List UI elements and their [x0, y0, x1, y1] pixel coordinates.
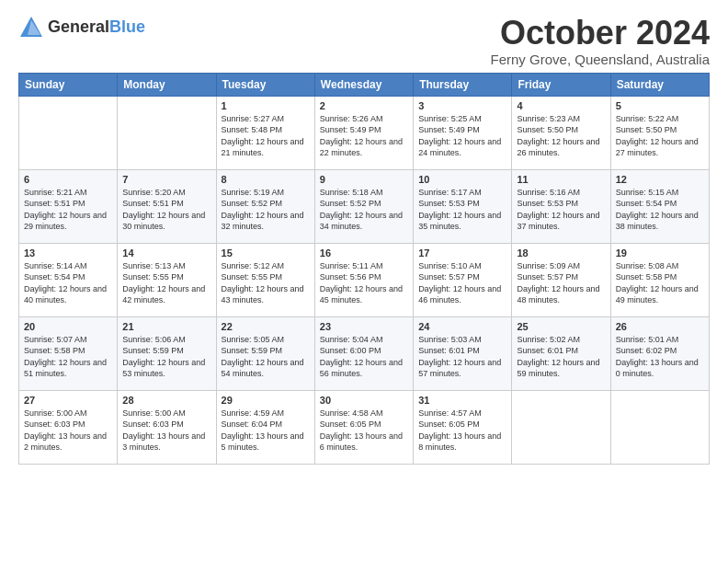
day-info: Sunrise: 5:00 AM Sunset: 6:03 PM Dayligh… — [24, 408, 112, 454]
day-info: Sunrise: 5:20 AM Sunset: 5:51 PM Dayligh… — [122, 187, 210, 233]
day-number: 3 — [418, 100, 506, 111]
day-info: Sunrise: 4:57 AM Sunset: 6:05 PM Dayligh… — [418, 408, 506, 454]
day-info: Sunrise: 5:16 AM Sunset: 5:53 PM Dayligh… — [517, 187, 605, 233]
day-number: 17 — [418, 247, 506, 259]
calendar-cell: 16Sunrise: 5:11 AM Sunset: 5:56 PM Dayli… — [314, 243, 413, 316]
calendar-cell — [610, 390, 709, 464]
day-info: Sunrise: 5:05 AM Sunset: 5:59 PM Dayligh… — [222, 334, 310, 380]
day-number: 9 — [320, 174, 408, 185]
location-title: Ferny Grove, Queensland, Australia — [491, 52, 710, 67]
calendar-cell: 11Sunrise: 5:16 AM Sunset: 5:53 PM Dayli… — [512, 169, 610, 243]
title-block: October 2024 Ferny Grove, Queensland, Au… — [491, 15, 710, 67]
weekday-header: Friday — [512, 73, 610, 96]
day-info: Sunrise: 5:11 AM Sunset: 5:56 PM Dayligh… — [320, 260, 408, 306]
day-info: Sunrise: 5:23 AM Sunset: 5:50 PM Dayligh… — [517, 113, 605, 159]
weekday-header: Saturday — [610, 73, 709, 96]
calendar-cell: 2Sunrise: 5:26 AM Sunset: 5:49 PM Daylig… — [314, 96, 413, 169]
day-number: 21 — [122, 321, 210, 332]
day-number: 12 — [616, 174, 704, 185]
logo-icon — [18, 15, 44, 40]
calendar-week-row: 20Sunrise: 5:07 AM Sunset: 5:58 PM Dayli… — [19, 316, 710, 390]
day-info: Sunrise: 5:14 AM Sunset: 5:54 PM Dayligh… — [24, 260, 112, 306]
calendar-cell: 4Sunrise: 5:23 AM Sunset: 5:50 PM Daylig… — [512, 96, 610, 169]
day-number: 20 — [24, 321, 112, 332]
calendar-cell: 29Sunrise: 4:59 AM Sunset: 6:04 PM Dayli… — [216, 390, 314, 464]
day-number: 13 — [24, 247, 112, 259]
calendar-cell: 27Sunrise: 5:00 AM Sunset: 6:03 PM Dayli… — [19, 390, 118, 464]
day-info: Sunrise: 5:15 AM Sunset: 5:54 PM Dayligh… — [616, 187, 704, 233]
calendar-cell: 30Sunrise: 4:58 AM Sunset: 6:05 PM Dayli… — [314, 390, 413, 464]
day-info: Sunrise: 5:22 AM Sunset: 5:50 PM Dayligh… — [616, 113, 704, 159]
day-number: 19 — [616, 247, 704, 259]
day-info: Sunrise: 4:59 AM Sunset: 6:04 PM Dayligh… — [222, 408, 310, 454]
day-number: 6 — [24, 174, 112, 185]
weekday-header: Tuesday — [216, 73, 314, 96]
weekday-header: Thursday — [414, 73, 512, 96]
calendar-cell: 12Sunrise: 5:15 AM Sunset: 5:54 PM Dayli… — [610, 169, 709, 243]
calendar-cell: 13Sunrise: 5:14 AM Sunset: 5:54 PM Dayli… — [19, 243, 118, 316]
logo: General Blue — [18, 15, 145, 40]
day-info: Sunrise: 5:18 AM Sunset: 5:52 PM Dayligh… — [320, 187, 408, 233]
calendar-cell: 31Sunrise: 4:57 AM Sunset: 6:05 PM Dayli… — [414, 390, 512, 464]
calendar-cell: 19Sunrise: 5:08 AM Sunset: 5:58 PM Dayli… — [610, 243, 709, 316]
day-number: 2 — [320, 100, 408, 111]
day-number: 26 — [616, 321, 704, 332]
calendar-week-row: 27Sunrise: 5:00 AM Sunset: 6:03 PM Dayli… — [19, 390, 710, 464]
month-title: October 2024 — [491, 15, 710, 52]
weekday-header: Sunday — [19, 73, 118, 96]
calendar-cell: 25Sunrise: 5:02 AM Sunset: 6:01 PM Dayli… — [512, 316, 610, 390]
calendar-cell: 23Sunrise: 5:04 AM Sunset: 6:00 PM Dayli… — [314, 316, 413, 390]
calendar-cell: 8Sunrise: 5:19 AM Sunset: 5:52 PM Daylig… — [216, 169, 314, 243]
day-info: Sunrise: 5:10 AM Sunset: 5:57 PM Dayligh… — [418, 260, 506, 306]
calendar-cell: 3Sunrise: 5:25 AM Sunset: 5:49 PM Daylig… — [414, 96, 512, 169]
day-number: 16 — [320, 247, 408, 259]
day-number: 27 — [24, 395, 112, 406]
calendar-cell: 20Sunrise: 5:07 AM Sunset: 5:58 PM Dayli… — [19, 316, 118, 390]
calendar: SundayMondayTuesdayWednesdayThursdayFrid… — [18, 73, 710, 465]
day-number: 22 — [222, 321, 310, 332]
calendar-cell: 24Sunrise: 5:03 AM Sunset: 6:01 PM Dayli… — [414, 316, 512, 390]
day-info: Sunrise: 4:58 AM Sunset: 6:05 PM Dayligh… — [320, 408, 408, 454]
day-info: Sunrise: 5:01 AM Sunset: 6:02 PM Dayligh… — [616, 334, 704, 380]
day-info: Sunrise: 5:03 AM Sunset: 6:01 PM Dayligh… — [418, 334, 506, 380]
day-info: Sunrise: 5:27 AM Sunset: 5:48 PM Dayligh… — [222, 113, 310, 159]
day-number: 14 — [122, 247, 210, 259]
day-info: Sunrise: 5:04 AM Sunset: 6:00 PM Dayligh… — [320, 334, 408, 380]
day-number: 10 — [418, 174, 506, 185]
day-info: Sunrise: 5:08 AM Sunset: 5:58 PM Dayligh… — [616, 260, 704, 306]
calendar-cell: 21Sunrise: 5:06 AM Sunset: 5:59 PM Dayli… — [118, 316, 216, 390]
calendar-cell: 14Sunrise: 5:13 AM Sunset: 5:55 PM Dayli… — [118, 243, 216, 316]
calendar-cell — [118, 96, 216, 169]
calendar-week-row: 1Sunrise: 5:27 AM Sunset: 5:48 PM Daylig… — [19, 96, 710, 169]
calendar-week-row: 13Sunrise: 5:14 AM Sunset: 5:54 PM Dayli… — [19, 243, 710, 316]
day-number: 15 — [222, 247, 310, 259]
day-info: Sunrise: 5:17 AM Sunset: 5:53 PM Dayligh… — [418, 187, 506, 233]
weekday-header-row: SundayMondayTuesdayWednesdayThursdayFrid… — [19, 73, 710, 96]
day-number: 4 — [517, 100, 605, 111]
day-info: Sunrise: 5:12 AM Sunset: 5:55 PM Dayligh… — [222, 260, 310, 306]
day-number: 31 — [418, 395, 506, 406]
calendar-cell: 17Sunrise: 5:10 AM Sunset: 5:57 PM Dayli… — [414, 243, 512, 316]
day-number: 24 — [418, 321, 506, 332]
day-number: 11 — [517, 174, 605, 185]
calendar-cell: 5Sunrise: 5:22 AM Sunset: 5:50 PM Daylig… — [610, 96, 709, 169]
calendar-cell: 1Sunrise: 5:27 AM Sunset: 5:48 PM Daylig… — [216, 96, 314, 169]
page: General Blue October 2024 Ferny Grove, Q… — [0, 0, 728, 474]
day-info: Sunrise: 5:00 AM Sunset: 6:03 PM Dayligh… — [122, 408, 210, 454]
calendar-cell: 7Sunrise: 5:20 AM Sunset: 5:51 PM Daylig… — [118, 169, 216, 243]
calendar-cell — [19, 96, 118, 169]
calendar-cell — [512, 390, 610, 464]
header: General Blue October 2024 Ferny Grove, Q… — [18, 15, 710, 67]
day-info: Sunrise: 5:02 AM Sunset: 6:01 PM Dayligh… — [517, 334, 605, 380]
calendar-cell: 10Sunrise: 5:17 AM Sunset: 5:53 PM Dayli… — [414, 169, 512, 243]
day-number: 8 — [222, 174, 310, 185]
day-info: Sunrise: 5:26 AM Sunset: 5:49 PM Dayligh… — [320, 113, 408, 159]
calendar-cell: 18Sunrise: 5:09 AM Sunset: 5:57 PM Dayli… — [512, 243, 610, 316]
day-info: Sunrise: 5:09 AM Sunset: 5:57 PM Dayligh… — [517, 260, 605, 306]
day-number: 25 — [517, 321, 605, 332]
day-info: Sunrise: 5:21 AM Sunset: 5:51 PM Dayligh… — [24, 187, 112, 233]
day-info: Sunrise: 5:06 AM Sunset: 5:59 PM Dayligh… — [122, 334, 210, 380]
calendar-cell: 6Sunrise: 5:21 AM Sunset: 5:51 PM Daylig… — [19, 169, 118, 243]
calendar-week-row: 6Sunrise: 5:21 AM Sunset: 5:51 PM Daylig… — [19, 169, 710, 243]
day-number: 5 — [616, 100, 704, 111]
